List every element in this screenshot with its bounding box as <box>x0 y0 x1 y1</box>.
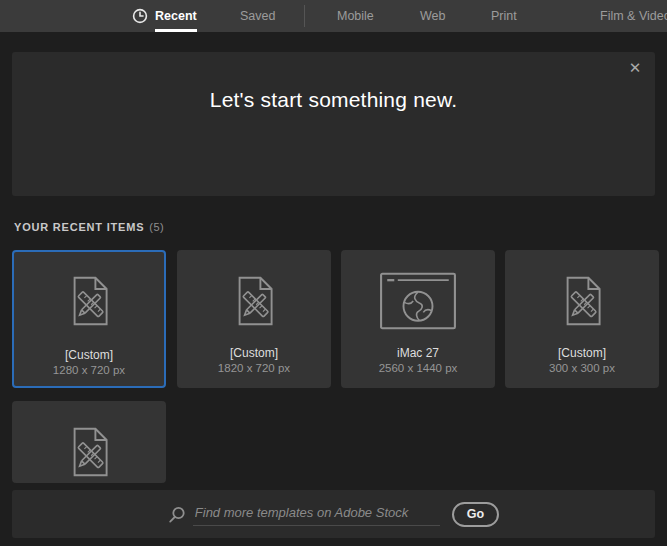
card-dimensions: 300 x 300 px <box>505 362 659 374</box>
card-title: [Custom] <box>177 346 331 360</box>
card-title: [Custom] <box>505 346 659 360</box>
tab-bar: Recent Saved Mobile Web Print Film & Vid… <box>0 0 667 32</box>
adobe-stock-search-bar: Go <box>12 490 655 538</box>
recent-item-partial[interactable] <box>12 401 166 483</box>
recent-items-heading: YOUR RECENT ITEMS(5) <box>14 221 164 233</box>
close-icon[interactable]: ✕ <box>625 58 645 78</box>
tab-recent-label: Recent <box>155 9 197 23</box>
search-input[interactable] <box>193 502 440 526</box>
clock-icon <box>132 8 148 24</box>
document-template-icon <box>177 272 331 330</box>
tab-film-video-label: Film & Video <box>600 9 667 23</box>
tab-film-video[interactable]: Film & Video <box>600 0 667 32</box>
browser-globe-icon <box>341 272 495 330</box>
document-template-icon <box>14 272 164 330</box>
recent-items-count: (5) <box>149 221 164 233</box>
tab-recent[interactable]: Recent <box>155 0 197 32</box>
tab-bar-divider <box>304 5 305 27</box>
card-dimensions: 1820 x 720 px <box>177 362 331 374</box>
tab-web-label: Web <box>420 9 445 23</box>
tab-saved[interactable]: Saved <box>240 0 275 32</box>
tab-saved-label: Saved <box>240 9 275 23</box>
card-title: iMac 27 <box>341 346 495 360</box>
tab-print-label: Print <box>491 9 517 23</box>
card-title: [Custom] <box>14 348 164 362</box>
search-icon <box>168 506 186 524</box>
tab-print[interactable]: Print <box>491 0 517 32</box>
recent-items-label: YOUR RECENT ITEMS <box>14 221 144 233</box>
go-button[interactable]: Go <box>452 502 499 527</box>
tab-web[interactable]: Web <box>420 0 445 32</box>
recent-item-custom-300x300[interactable]: [Custom] 300 x 300 px <box>505 250 659 388</box>
hero-title: Let's start something new. <box>12 88 655 112</box>
card-dimensions: 1280 x 720 px <box>14 364 164 376</box>
tab-mobile-label: Mobile <box>337 9 374 23</box>
document-template-icon <box>12 423 166 481</box>
document-template-icon <box>505 272 659 330</box>
hero-banner: Let's start something new. ✕ <box>12 52 655 196</box>
recent-item-imac-27[interactable]: iMac 27 2560 x 1440 px <box>341 250 495 388</box>
recent-item-custom-1280x720[interactable]: [Custom] 1280 x 720 px <box>12 250 166 388</box>
tab-mobile[interactable]: Mobile <box>337 0 374 32</box>
new-document-dialog: Recent Saved Mobile Web Print Film & Vid… <box>0 0 667 546</box>
card-dimensions: 2560 x 1440 px <box>341 362 495 374</box>
recent-item-custom-1820x720[interactable]: [Custom] 1820 x 720 px <box>177 250 331 388</box>
